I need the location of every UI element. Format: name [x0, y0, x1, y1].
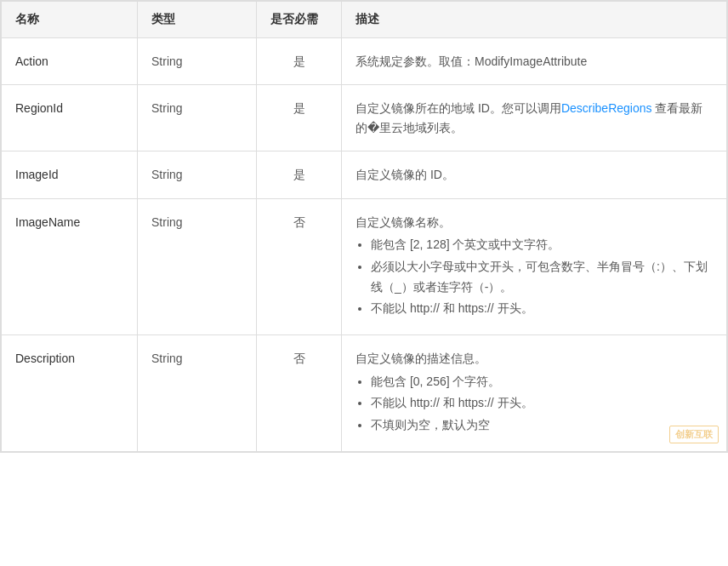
- param-type: String: [138, 85, 257, 152]
- desc-text-before: 自定义镜像所在的地域 ID。您可以调用: [355, 101, 561, 115]
- desc-bullet: 不能以 http:// 和 https:// 开头。: [371, 393, 713, 414]
- desc-text: 系统规定参数。取值：ModifyImageAttribute: [355, 54, 587, 68]
- desc-text: 自定义镜像名称。: [355, 215, 451, 229]
- watermark: 创新互联: [669, 426, 719, 443]
- table-row: RegionId String 是 自定义镜像所在的地域 ID。您可以调用Des…: [2, 85, 727, 152]
- param-name: Description: [2, 335, 138, 452]
- param-required: 是: [257, 38, 342, 85]
- param-required: 是: [257, 152, 342, 198]
- describe-regions-link[interactable]: DescribeRegions: [561, 101, 652, 115]
- table-row: Action String 是 系统规定参数。取值：ModifyImageAtt…: [2, 38, 727, 85]
- col-header-type: 类型: [138, 2, 257, 38]
- desc-bullet: 能包含 [0, 256] 个字符。: [371, 372, 713, 392]
- desc-bullet: 必须以大小字母或中文开头，可包含数字、半角冒号（:）、下划线（_）或者连字符（-…: [371, 257, 713, 298]
- param-desc: 自定义镜像的 ID。: [342, 152, 727, 198]
- desc-text: 自定义镜像的 ID。: [355, 168, 454, 181]
- table-row: ImageName String 否 自定义镜像名称。 能包含 [2, 128]…: [2, 198, 727, 335]
- param-desc: 自定义镜像名称。 能包含 [2, 128] 个英文或中文字符。 必须以大小字母或…: [342, 198, 727, 335]
- param-required: 否: [257, 198, 342, 335]
- desc-text: 自定义镜像的描述信息。: [355, 352, 486, 365]
- table-row: ImageId String 是 自定义镜像的 ID。: [2, 152, 727, 198]
- col-header-name: 名称: [2, 2, 138, 38]
- param-type: String: [138, 152, 257, 198]
- param-name: Action: [2, 38, 138, 85]
- col-header-required: 是否必需: [257, 2, 342, 38]
- param-required: 是: [257, 85, 342, 152]
- param-required: 否: [257, 335, 342, 452]
- param-name: RegionId: [2, 85, 138, 152]
- param-desc: 自定义镜像所在的地域 ID。您可以调用DescribeRegions 查看最新的…: [342, 85, 727, 152]
- col-header-desc: 描述: [342, 2, 727, 38]
- param-name: ImageId: [2, 152, 138, 198]
- desc-bullet: 不能以 http:// 和 https:// 开头。: [371, 299, 713, 319]
- desc-bullet: 不填则为空，默认为空: [371, 415, 713, 436]
- param-type: String: [138, 198, 257, 335]
- param-desc: 系统规定参数。取值：ModifyImageAttribute: [342, 38, 727, 85]
- table-row: Description String 否 自定义镜像的描述信息。 能包含 [0,…: [2, 335, 727, 452]
- desc-bullet: 能包含 [2, 128] 个英文或中文字符。: [371, 235, 713, 255]
- desc-bullets: 能包含 [2, 128] 个英文或中文字符。 必须以大小字母或中文开头，可包含数…: [355, 235, 713, 319]
- desc-bullets: 能包含 [0, 256] 个字符。 不能以 http:// 和 https://…: [355, 372, 713, 436]
- param-type: String: [138, 335, 257, 452]
- param-name: ImageName: [2, 198, 138, 335]
- param-type: String: [138, 38, 257, 85]
